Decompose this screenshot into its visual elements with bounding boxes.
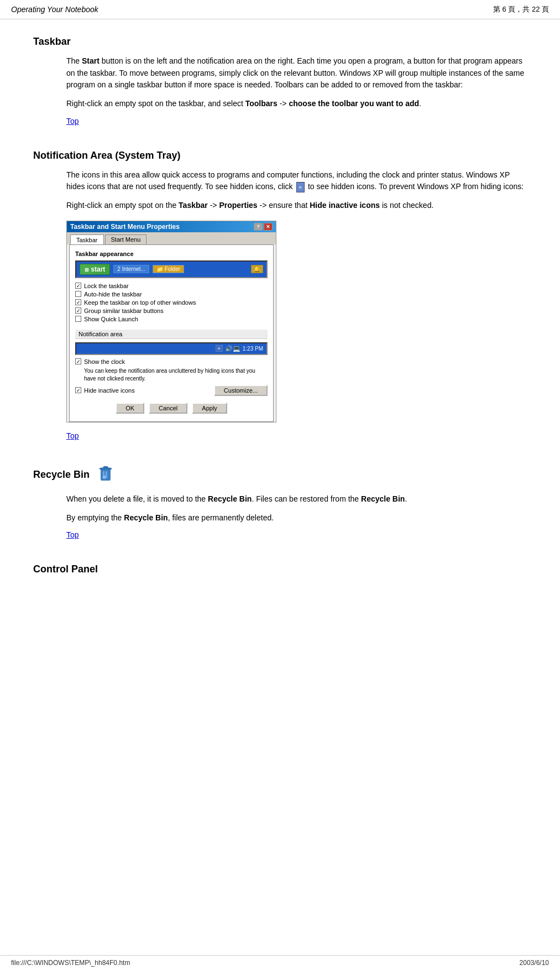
- taskbar-item-folder: 📁 Folder: [153, 265, 184, 273]
- notification-title: Notification Area (System Tray): [33, 150, 527, 161]
- taskbar-title: Taskbar: [33, 36, 527, 48]
- checkbox-quick-launch[interactable]: Show Quick Launch: [75, 316, 268, 322]
- taskbar-item-icon: 🔔: [251, 265, 263, 273]
- win-titlebar-buttons: ? ✕: [254, 223, 273, 231]
- taskbar-body: The Start button is on the left and the …: [66, 55, 527, 139]
- taskbar-preview-bar: ⊞ start 2 Internet... 📁 Folder 🔔: [75, 260, 268, 278]
- recycle-bin-title-text: Recycle Bin: [33, 469, 90, 481]
- notification-section: Notification Area (System Tray) The icon…: [33, 150, 527, 453]
- notif-area-preview: « 🔊💻 1:23 PM: [75, 342, 268, 355]
- start-btn-preview: ⊞ start: [80, 264, 110, 275]
- win-help-btn[interactable]: ?: [254, 223, 263, 231]
- taskbar-para-2: Right-click an empty spot on the taskbar…: [66, 98, 527, 110]
- recycle-bin-body: When you delete a file, it is moved to t…: [66, 493, 527, 552]
- ok-btn[interactable]: OK: [116, 403, 144, 414]
- header-page: 第 6 頁，共 22 頁: [493, 4, 549, 14]
- tab-start-menu[interactable]: Start Menu: [105, 234, 147, 244]
- header: Operating Your Notebook 第 6 頁，共 22 頁: [0, 0, 560, 19]
- svg-text:♻: ♻: [102, 475, 106, 480]
- notif-icons: 🔊💻: [225, 345, 240, 352]
- taskbar-section: Taskbar The Start button is on the left …: [33, 36, 527, 139]
- notif-expand-btn[interactable]: «: [216, 345, 223, 352]
- checkbox-hide-inactive[interactable]: Hide inactive icons Customize...: [75, 385, 268, 396]
- taskbar-para-1: The Start button is on the left and the …: [66, 55, 527, 91]
- win-body: Taskbar appearance ⊞ start 2 Internet...…: [69, 244, 274, 422]
- tab-taskbar[interactable]: Taskbar: [70, 234, 104, 244]
- taskbar-top-link[interactable]: Top: [66, 117, 79, 126]
- recycle-bin-title-row: Recycle Bin ♻: [33, 465, 527, 486]
- notif-desc-text: You can keep the notification area unclu…: [84, 367, 268, 383]
- win-close-btn[interactable]: ✕: [264, 223, 273, 231]
- notification-top-link[interactable]: Top: [66, 431, 79, 440]
- notification-para-1: The icons in this area allow quick acces…: [66, 169, 527, 193]
- header-title: Operating Your Notebook: [11, 5, 98, 14]
- footer-date: 2003/6/10: [520, 959, 549, 967]
- recycle-bin-top-link[interactable]: Top: [66, 530, 79, 539]
- recycle-bin-para-1: When you delete a file, it is moved to t…: [66, 493, 527, 505]
- notification-body: The icons in this area allow quick acces…: [66, 169, 527, 453]
- screenshot-taskbar-properties: Taskbar and Start Menu Properties ? ✕ Ta…: [66, 221, 276, 423]
- customize-btn[interactable]: Customize...: [214, 385, 268, 396]
- checkbox-group-similar[interactable]: Group similar taskbar buttons: [75, 307, 268, 314]
- notification-area-section-label: Notification area: [75, 330, 268, 339]
- footer: file:///C:\WINDOWS\TEMP\_hh84F0.htm 2003…: [0, 955, 560, 970]
- control-panel-title: Control Panel: [33, 564, 527, 575]
- svg-rect-4: [100, 468, 112, 470]
- notification-para-2: Right-click an empty spot on the Taskbar…: [66, 200, 527, 212]
- win-bottom-buttons: OK Cancel Apply: [75, 398, 268, 416]
- recycle-bin-para-2: By emptying the Recycle Bin, files are p…: [66, 512, 527, 524]
- notif-clock-time: 1:23 PM: [243, 346, 263, 352]
- win-titlebar: Taskbar and Start Menu Properties ? ✕: [67, 221, 276, 232]
- control-panel-section: Control Panel: [33, 564, 527, 575]
- checkbox-lock-taskbar[interactable]: Lock the taskbar: [75, 283, 268, 289]
- checkbox-autohide[interactable]: Auto-hide the taskbar: [75, 291, 268, 298]
- recycle-bin-icon: ♻: [95, 465, 116, 486]
- cancel-btn[interactable]: Cancel: [149, 403, 187, 414]
- footer-path: file:///C:\WINDOWS\TEMP\_hh84F0.htm: [11, 959, 130, 967]
- win-tabs-bar: Taskbar Start Menu: [67, 232, 276, 244]
- apply-btn[interactable]: Apply: [192, 403, 227, 414]
- recycle-bin-section: Recycle Bin ♻ When you delete a file, it…: [33, 465, 527, 552]
- taskbar-appearance-label: Taskbar appearance: [75, 251, 268, 257]
- page-content: Taskbar The Start button is on the left …: [0, 19, 560, 608]
- expand-icon-button: «: [296, 182, 305, 193]
- svg-rect-5: [103, 466, 108, 468]
- win-title-text: Taskbar and Start Menu Properties: [70, 223, 180, 231]
- checkbox-show-clock[interactable]: Show the clock: [75, 358, 268, 365]
- checkbox-keep-on-top[interactable]: Keep the taskbar on top of other windows: [75, 299, 268, 306]
- taskbar-item-internet: 2 Internet...: [113, 265, 149, 273]
